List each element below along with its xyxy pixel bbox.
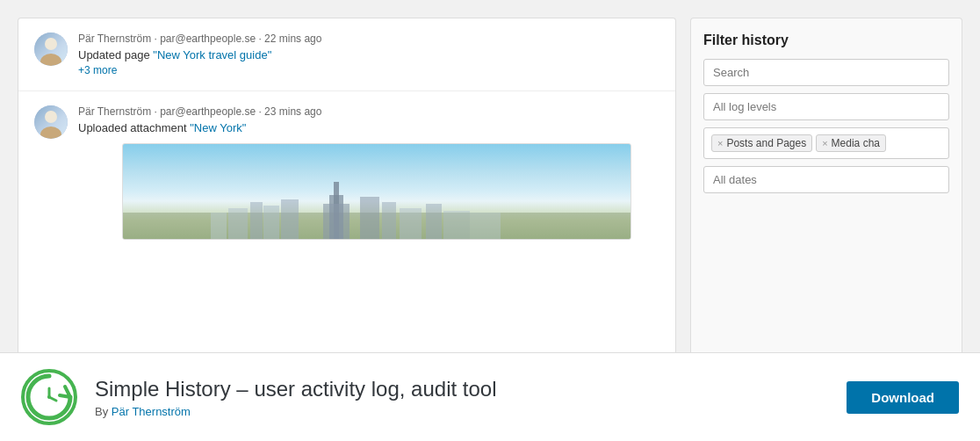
tag-remove-media[interactable]: × — [822, 138, 827, 148]
feed-entry-header-2: Pär Thernström · par@earthpeople.se · 23… — [34, 105, 659, 240]
feed-action-prefix: Updated page — [78, 48, 153, 61]
feed-user-2: Pär Thernström — [78, 105, 151, 118]
filter-tag-media: × Media cha — [816, 134, 886, 152]
attachment-preview — [122, 143, 631, 240]
svg-rect-13 — [211, 213, 227, 239]
feed-action-2: Uploaded attachment "New York" — [78, 121, 659, 134]
feed-content-2: Pär Thernström · par@earthpeople.se · 23… — [78, 105, 659, 240]
svg-rect-11 — [443, 211, 470, 239]
avatar — [34, 33, 68, 66]
svg-rect-6 — [250, 202, 263, 239]
svg-rect-4 — [281, 199, 299, 239]
feed-meta-2: Pär Thernström · par@earthpeople.se · 23… — [78, 105, 659, 118]
feed-user: Pär Thernström — [78, 33, 151, 45]
bottom-section: Simple History – user activity log, audi… — [0, 352, 980, 441]
plugin-author: By Pär Thernström — [95, 405, 829, 418]
feed-time-2: 23 mins ago — [264, 105, 321, 118]
svg-rect-10 — [426, 204, 442, 239]
svg-rect-7 — [360, 197, 379, 239]
skyline-svg — [123, 177, 631, 239]
feed-meta: Pär Thernström · par@earthpeople.se · 22… — [78, 33, 659, 45]
tag-label-posts: Posts and Pages — [726, 137, 806, 149]
filter-title: Filter history — [703, 33, 949, 48]
plugin-author-link[interactable]: Pär Thernström — [112, 405, 191, 418]
plugin-author-prefix: By — [95, 405, 112, 418]
feed-more[interactable]: +3 more — [78, 64, 659, 76]
filter-log-level-select[interactable]: All log levels — [703, 93, 949, 120]
feed-action-link-2[interactable]: "New York" — [190, 121, 246, 134]
svg-rect-14 — [470, 213, 501, 239]
svg-point-18 — [47, 395, 51, 399]
tag-label-media: Media cha — [832, 137, 880, 149]
feed-action-link[interactable]: "New York travel guide" — [153, 48, 271, 61]
svg-rect-3 — [323, 204, 349, 239]
filter-panel: Filter history All log levels × Posts an… — [690, 18, 962, 352]
plugin-title: Simple History – user activity log, audi… — [95, 377, 829, 401]
download-button[interactable]: Download — [847, 381, 959, 414]
plugin-icon-svg — [21, 369, 77, 425]
top-section: Pär Thernström · par@earthpeople.se · 22… — [0, 0, 980, 352]
page-wrapper: Pär Thernström · par@earthpeople.se · 22… — [0, 0, 980, 441]
svg-rect-5 — [263, 206, 279, 239]
plugin-info: Simple History – user activity log, audi… — [95, 377, 829, 418]
tag-remove-posts[interactable]: × — [717, 138, 723, 148]
feed-entry: Pär Thernström · par@earthpeople.se · 22… — [18, 18, 675, 91]
feed-time: 22 mins ago — [264, 33, 321, 45]
feed-email-2: par@earthpeople.se — [160, 105, 256, 118]
plugin-icon — [21, 369, 77, 425]
feed-action: Updated page "New York travel guide" — [78, 48, 659, 61]
svg-rect-9 — [400, 208, 422, 239]
feed-entry-header: Pär Thernström · par@earthpeople.se · 22… — [34, 33, 659, 76]
filter-tags-container: × Posts and Pages × Media cha — [703, 127, 949, 159]
feed-content: Pär Thernström · par@earthpeople.se · 22… — [78, 33, 659, 76]
feed-action-prefix-2: Uploaded attachment — [78, 121, 190, 134]
feed-email: par@earthpeople.se — [160, 33, 256, 45]
feed-entry-2: Pär Thernström · par@earthpeople.se · 23… — [18, 91, 675, 254]
filter-dates-select[interactable]: All dates — [703, 166, 949, 193]
filter-search-input[interactable] — [703, 59, 949, 86]
avatar-2 — [34, 105, 68, 139]
filter-tag-posts: × Posts and Pages — [711, 134, 812, 152]
activity-feed: Pär Thernström · par@earthpeople.se · 22… — [18, 18, 676, 352]
svg-rect-12 — [228, 208, 248, 239]
svg-rect-8 — [382, 202, 396, 239]
